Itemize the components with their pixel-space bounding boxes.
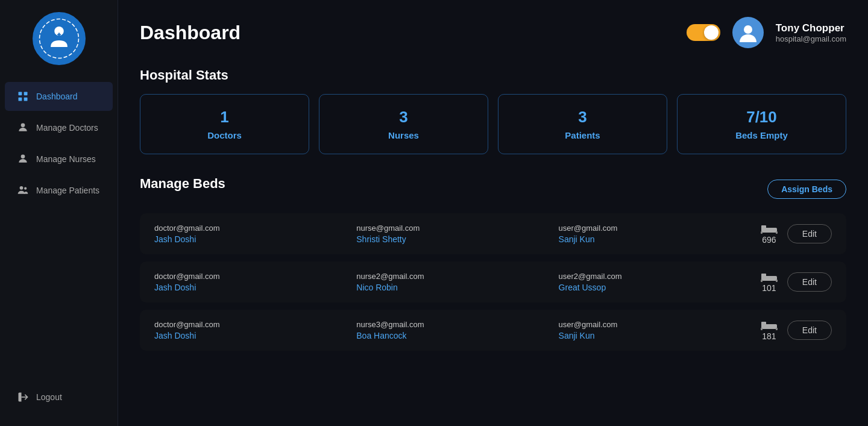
svg-rect-27	[761, 328, 763, 330]
sidebar-item-manage-nurses[interactable]: Manage Nurses	[5, 145, 113, 174]
nurse-name-2: Nico Robin	[356, 283, 549, 292]
patient-email-1: user@gmail.com	[559, 224, 751, 233]
bed-info-1: 696	[761, 223, 778, 245]
page-header: Dashboard Tony Chopper hospital@gmail.co…	[140, 17, 846, 48]
bed-number-3: 181	[762, 331, 776, 341]
edit-button-2[interactable]: Edit	[787, 272, 832, 292]
assign-beds-button[interactable]: Assign Beds	[767, 180, 846, 199]
doctor-col-3: doctor@gmail.com Jash Doshi	[154, 320, 347, 340]
doctor-name-2: Jash Doshi	[154, 283, 347, 292]
svg-rect-23	[761, 280, 763, 282]
doctor-email-2: doctor@gmail.com	[154, 272, 347, 281]
main-content: Dashboard Tony Chopper hospital@gmail.co…	[118, 0, 868, 426]
doctor-col-2: doctor@gmail.com Jash Doshi	[154, 272, 347, 292]
bed-info-2: 101	[761, 271, 778, 293]
patient-col-2: user2@gmail.com Great Ussop	[559, 272, 751, 292]
patient-icon	[17, 184, 29, 196]
theme-toggle[interactable]	[687, 24, 720, 41]
doctor-icon	[17, 122, 29, 134]
svg-rect-28	[776, 328, 778, 330]
edit-button-1[interactable]: Edit	[787, 224, 832, 243]
nurse-icon	[17, 153, 29, 165]
svg-point-14	[24, 187, 27, 190]
stat-card-doctors: 1 Doctors	[140, 94, 309, 154]
nurse-email-3: nurse3@gmail.com	[356, 320, 549, 329]
svg-rect-7	[19, 98, 22, 101]
user-email: hospital@gmail.com	[776, 34, 846, 43]
sidebar-item-label: Dashboard	[36, 92, 78, 101]
avatar	[732, 17, 764, 48]
nurse-name-3: Boa Hancock	[356, 331, 549, 340]
sidebar-item-manage-patients[interactable]: Manage Patients	[5, 176, 113, 205]
sidebar-item-dashboard[interactable]: Dashboard	[5, 82, 113, 111]
svg-point-16	[744, 25, 752, 34]
patient-name-3: Sanji Kun	[559, 331, 751, 340]
sidebar-item-label: Manage Doctors	[36, 123, 98, 133]
stats-grid: 1 Doctors 3 Nurses 3 Patients 7/10 Beds …	[140, 94, 846, 154]
toggle-knob	[704, 25, 719, 40]
stat-card-nurses: 3 Nurses	[319, 94, 488, 154]
avatar-icon	[737, 21, 760, 44]
bed-icon-2	[761, 271, 778, 282]
hospital-stats-section: Hospital Stats 1 Doctors 3 Nurses 3 Pati…	[140, 67, 846, 176]
stat-number-doctors: 1	[220, 108, 228, 127]
app-logo	[33, 12, 86, 65]
doctor-name-1: Jash Doshi	[154, 234, 347, 244]
sidebar-nav: Dashboard Manage Doctors Manage Nurses	[0, 82, 118, 383]
nurse-col-2: nurse2@gmail.com Nico Robin	[356, 272, 549, 292]
user-info: Tony Chopper hospital@gmail.com	[776, 22, 846, 43]
doctor-email-3: doctor@gmail.com	[154, 320, 347, 329]
svg-rect-8	[24, 98, 28, 101]
svg-rect-3	[58, 33, 59, 36]
nurse-col-3: nurse3@gmail.com Boa Hancock	[356, 320, 549, 340]
nurse-email-1: nurse@gmail.com	[356, 224, 549, 233]
table-row: doctor@gmail.com Jash Doshi nurse@gmail.…	[140, 213, 846, 254]
svg-rect-24	[776, 280, 778, 282]
table-row: doctor@gmail.com Jash Doshi nurse2@gmail…	[140, 262, 846, 302]
edit-button-3[interactable]: Edit	[787, 321, 832, 340]
sidebar: Dashboard Manage Doctors Manage Nurses	[0, 0, 118, 426]
sidebar-item-label: Manage Patients	[36, 186, 99, 195]
svg-rect-11	[22, 128, 23, 130]
patient-email-3: user@gmail.com	[559, 320, 751, 329]
bed-icon-3	[761, 319, 778, 330]
manage-beds-section: Manage Beds Assign Beds doctor@gmail.com…	[140, 176, 846, 358]
bed-number-2: 101	[762, 283, 776, 293]
sidebar-item-logout[interactable]: Logout	[5, 383, 113, 412]
dashboard-icon	[17, 90, 29, 102]
stat-number-beds: 7/10	[746, 108, 777, 127]
sidebar-footer: Logout	[0, 383, 118, 426]
manage-beds-title: Manage Beds	[140, 176, 225, 192]
svg-rect-19	[761, 231, 763, 234]
patient-email-2: user2@gmail.com	[559, 272, 751, 281]
svg-point-13	[20, 186, 24, 190]
stat-card-patients: 3 Patients	[498, 94, 667, 154]
bed-icon-1	[761, 223, 778, 234]
stat-label-doctors: Doctors	[207, 130, 242, 140]
user-name: Tony Chopper	[776, 22, 846, 34]
patient-name-2: Great Ussop	[559, 283, 751, 292]
patient-col-3: user@gmail.com Sanji Kun	[559, 320, 751, 340]
sidebar-item-label: Manage Nurses	[36, 154, 96, 164]
hospital-stats-title: Hospital Stats	[140, 67, 846, 83]
logout-label: Logout	[36, 392, 62, 402]
bed-number-1: 696	[762, 235, 776, 245]
doctor-col-1: doctor@gmail.com Jash Doshi	[154, 224, 347, 244]
svg-rect-20	[776, 231, 778, 234]
nurse-col-1: nurse@gmail.com Shristi Shetty	[356, 224, 549, 244]
bed-info-3: 181	[761, 319, 778, 341]
doctor-name-3: Jash Doshi	[154, 331, 347, 340]
stat-number-patients: 3	[578, 108, 587, 127]
svg-rect-6	[24, 92, 28, 96]
stat-label-nurses: Nurses	[388, 130, 419, 140]
stat-number-nurses: 3	[399, 108, 407, 127]
patient-name-1: Sanji Kun	[559, 234, 751, 244]
stat-card-beds: 7/10 Beds Empty	[677, 94, 846, 154]
doctor-email-1: doctor@gmail.com	[154, 224, 347, 233]
sidebar-item-manage-doctors[interactable]: Manage Doctors	[5, 113, 113, 142]
table-row: doctor@gmail.com Jash Doshi nurse3@gmail…	[140, 310, 846, 351]
svg-point-12	[21, 155, 25, 159]
patient-col-1: user@gmail.com Sanji Kun	[559, 224, 751, 244]
beds-header: Manage Beds Assign Beds	[140, 176, 846, 202]
logout-icon	[17, 391, 29, 403]
